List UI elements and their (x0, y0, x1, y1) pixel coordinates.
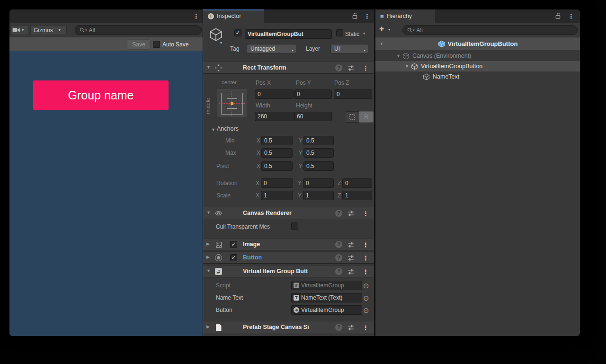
create-button[interactable]: + (379, 24, 384, 34)
foldout-closed-icon[interactable]: ▶ (206, 325, 210, 329)
width-input[interactable]: 260 (255, 112, 294, 121)
button-object-field[interactable]: VirtualItemGroup (291, 305, 362, 315)
prefab-breadcrumb-bar: ‹ VirtualItemGroupButton (375, 37, 580, 50)
kebab-menu-icon[interactable]: ⋮ (363, 325, 369, 331)
anchor-min-x-input[interactable]: 0.5 (261, 136, 293, 145)
min-label: Min (225, 137, 234, 144)
help-icon[interactable]: ? (335, 241, 342, 248)
pos-y-input[interactable]: 0 (294, 89, 332, 99)
tree-row-nametext[interactable]: NameText (375, 71, 580, 82)
scene-search-input[interactable]: ▾ All (75, 25, 202, 35)
preset-icon[interactable] (347, 324, 355, 331)
tree-row-canvas[interactable]: ▼ Canvas (Environment) (375, 51, 580, 61)
hierarchy-search-input[interactable]: ▾ All (402, 25, 578, 35)
raw-edit-mode-button[interactable]: R (359, 111, 374, 123)
image-component-header[interactable]: ▶ ✓ Image ? ⋮ (203, 238, 374, 250)
cull-transparent-mesh-checkbox[interactable] (291, 222, 298, 230)
canvas-renderer-header[interactable]: ▼ Canvas Renderer ? ⋮ (203, 207, 374, 219)
help-icon[interactable]: ? (335, 254, 342, 261)
scale-x-input[interactable]: 1 (261, 191, 293, 200)
scene-camera-dropdown[interactable]: ▾ (10, 25, 28, 35)
anchor-vertical-label: middle (205, 98, 211, 114)
layer-dropdown[interactable]: UI▾ (330, 44, 368, 53)
help-icon[interactable]: ? (335, 210, 342, 217)
rotation-y-input[interactable]: 0 (303, 178, 334, 188)
anchor-min-y-input[interactable]: 0.5 (303, 136, 334, 145)
preset-icon[interactable] (347, 241, 355, 249)
object-picker-icon[interactable]: ⊙ (363, 294, 369, 302)
static-checkbox[interactable] (336, 29, 343, 36)
pos-x-input[interactable]: 0 (255, 89, 294, 99)
foldout-open-icon[interactable]: ▼ (405, 64, 409, 69)
kebab-menu-icon[interactable]: ⋮ (363, 211, 369, 217)
auto-save-label: Auto Save (162, 41, 188, 48)
search-value: All (89, 27, 95, 34)
kebab-menu-icon[interactable]: ⋮ (363, 255, 369, 261)
lock-icon[interactable] (352, 12, 358, 19)
gameobject-active-checkbox[interactable]: ✓ (234, 29, 241, 36)
back-arrow-icon[interactable]: ‹ (381, 40, 383, 47)
kebab-menu-icon[interactable]: ⋮ (363, 269, 369, 275)
anchor-horizontal-label: center (222, 80, 237, 85)
rect-transform-header[interactable]: ▼ Rect Transform ? ⋮ (203, 62, 374, 74)
inspector-kebab-menu-icon[interactable]: ⋮ (364, 13, 370, 19)
tag-dropdown[interactable]: Untagged▾ (247, 44, 296, 53)
anchors-label: Anchors (217, 125, 239, 132)
anchors-foldout-icon[interactable]: ▼ (211, 127, 215, 132)
help-icon[interactable]: ? (335, 64, 342, 71)
anchor-max-x-input[interactable]: 0.5 (261, 148, 293, 158)
foldout-closed-icon[interactable]: ▶ (206, 242, 210, 246)
pivot-y-input[interactable]: 0.5 (303, 161, 334, 171)
button-component-header[interactable]: ▶ ✓ Button ? ⋮ (203, 251, 374, 264)
blueprint-mode-button[interactable] (345, 111, 360, 123)
script-object-field[interactable]: # VirtualItemGroup (291, 281, 362, 290)
kebab-menu-icon[interactable]: ⋮ (363, 242, 369, 248)
prefab-stage-header[interactable]: ▶ Prefab Stage Canvas Si ? ⋮ (203, 321, 374, 333)
rotation-z-input[interactable]: 0 (342, 178, 372, 188)
name-text-object-field[interactable]: T NameText (Text) (291, 293, 362, 302)
rotation-x-input[interactable]: 0 (261, 178, 293, 188)
tab-hierarchy[interactable]: ≡ Hierarchy (375, 9, 435, 23)
save-button[interactable]: Save (127, 39, 151, 50)
auto-save-checkbox[interactable] (153, 41, 160, 48)
foldout-open-icon[interactable]: ▼ (396, 53, 401, 58)
tag-label: Tag (230, 45, 239, 52)
preset-icon[interactable] (347, 268, 355, 275)
foldout-open-icon[interactable]: ▼ (206, 211, 211, 215)
pivot-x-input[interactable]: 0.5 (261, 161, 293, 171)
image-enabled-checkbox[interactable]: ✓ (230, 241, 237, 248)
group-button-preview[interactable]: Group name (33, 80, 169, 110)
object-picker-icon[interactable]: ⊙ (363, 307, 369, 314)
tree-row-virtual-item-group-button[interactable]: ▼ VirtualItemGroupButton (375, 61, 580, 71)
create-dropdown-chevron-icon[interactable]: ▾ (388, 27, 390, 32)
preset-icon[interactable] (347, 64, 355, 72)
hierarchy-kebab-menu-icon[interactable]: ⋮ (568, 13, 574, 19)
button-enabled-checkbox[interactable]: ✓ (230, 254, 237, 261)
scale-z-input[interactable]: 1 (342, 191, 372, 200)
gameobject-cube-icon[interactable] (209, 27, 223, 42)
foldout-open-icon[interactable]: ▼ (206, 269, 211, 273)
gizmos-dropdown[interactable]: Gizmos ▾ (30, 25, 67, 35)
anchor-preset-widget[interactable] (217, 89, 247, 117)
help-icon[interactable]: ? (335, 268, 342, 275)
lock-icon[interactable] (555, 12, 561, 19)
gameobject-name-field[interactable]: VirtualItemGroupBut (245, 29, 332, 39)
help-icon[interactable]: ? (335, 324, 342, 331)
foldout-open-icon[interactable]: ▼ (206, 65, 211, 70)
tab-inspector[interactable]: i Inspector (203, 9, 264, 23)
preset-icon[interactable] (347, 254, 355, 262)
scene-viewport[interactable]: Group name (9, 51, 203, 336)
scene-kebab-menu-icon[interactable]: ⋮ (193, 13, 199, 19)
height-input[interactable]: 60 (294, 112, 332, 121)
icon-picker-chevron-icon[interactable]: ▾ (220, 41, 222, 45)
kebab-menu-icon[interactable]: ⋮ (363, 65, 369, 71)
preset-icon[interactable] (347, 210, 355, 217)
foldout-closed-icon[interactable]: ▶ (206, 255, 210, 259)
virtual-item-group-button-header[interactable]: ▼ # Virtual Item Group Butt ? ⋮ (203, 265, 374, 277)
static-dropdown-chevron-icon[interactable]: ▾ (363, 31, 365, 36)
object-picker-icon[interactable]: ⊙ (363, 282, 369, 289)
anchor-max-y-input[interactable]: 0.5 (303, 148, 334, 158)
pos-z-input[interactable]: 0 (334, 89, 372, 99)
scale-y-input[interactable]: 1 (303, 191, 334, 200)
prefab-title[interactable]: VirtualItemGroupButton (448, 40, 518, 47)
